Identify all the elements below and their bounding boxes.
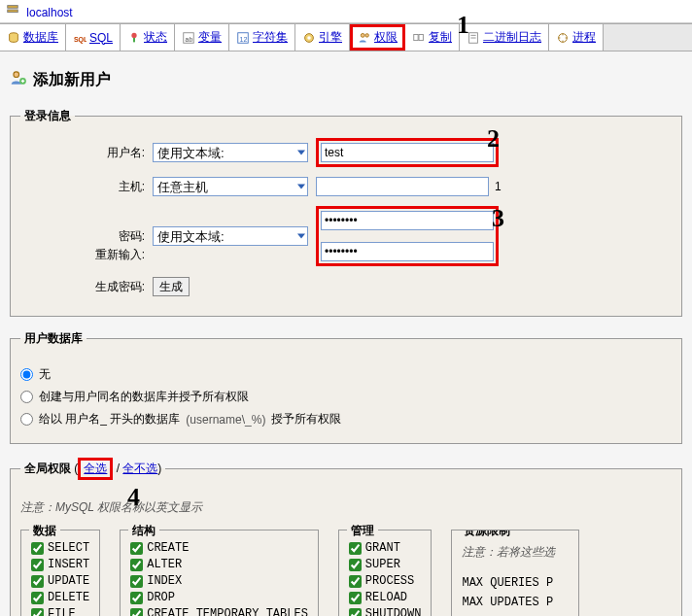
server-link[interactable]: localhost (26, 6, 72, 19)
priv-checkbox[interactable] (31, 542, 44, 555)
tab-database[interactable]: 数据库 (0, 24, 66, 51)
database-icon (7, 31, 20, 45)
priv-item-create-temporary-tables[interactable]: CREATE TEMPORARY TABLES (130, 607, 308, 616)
svg-rect-14 (414, 34, 418, 40)
select-host-mode[interactable]: 任意主机 (153, 177, 308, 196)
radio-db-none[interactable] (20, 368, 33, 381)
input-username[interactable] (321, 143, 494, 162)
processes-icon (556, 31, 570, 45)
priv-checkbox[interactable] (130, 608, 143, 617)
priv-checkbox[interactable] (349, 592, 362, 604)
priv-checkbox[interactable] (130, 559, 143, 571)
priv-checkbox[interactable] (349, 559, 362, 571)
input-host[interactable] (316, 177, 489, 196)
input-password[interactable] (321, 211, 494, 230)
radio-db-prefix[interactable] (20, 413, 33, 426)
tab-privileges[interactable]: 权限 (350, 24, 405, 51)
priv-item-insert[interactable]: INSERT (31, 558, 89, 571)
fieldset-global-priv: 全局权限 (全选 / 全不选) 4 注意：MySQL 权限名称以英文显示 数据 … (10, 458, 682, 616)
tab-processes[interactable]: 进程 (549, 24, 604, 51)
tab-variables[interactable]: ab 变量 (175, 24, 229, 51)
priv-group-structure: 结构 CREATEALTERINDEXDROPCREATE TEMPORARY … (120, 530, 319, 616)
resources-note: 注意：若将这些选 (462, 544, 569, 561)
priv-label: CREATE TEMPORARY TABLES (147, 607, 308, 616)
priv-note: 注意：MySQL 权限名称以英文显示 (20, 499, 672, 516)
priv-group-data: 数据 SELECTINSERTUPDATEDELETEFILE (20, 530, 100, 616)
priv-label: RELOAD (365, 591, 407, 604)
tab-label: 二进制日志 (483, 29, 541, 46)
tab-charset[interactable]: 12 字符集 (229, 24, 295, 51)
label-host: 主机: (20, 179, 153, 195)
svg-point-20 (14, 72, 19, 78)
priv-checkbox[interactable] (31, 575, 44, 588)
priv-checkbox[interactable] (130, 575, 143, 588)
priv-item-delete[interactable]: DELETE (31, 591, 89, 604)
svg-point-4 (131, 32, 136, 37)
priv-item-select[interactable]: SELECT (31, 541, 89, 555)
label-username: 用户名: (20, 145, 153, 161)
tab-label: 状态 (144, 29, 167, 46)
select-password-mode[interactable]: 使用文本域: (153, 226, 308, 246)
svg-text:12: 12 (240, 35, 248, 42)
priv-item-create[interactable]: CREATE (130, 541, 308, 555)
priv-item-super[interactable]: SUPER (349, 558, 422, 571)
priv-item-alter[interactable]: ALTER (130, 558, 308, 571)
priv-item-shutdown[interactable]: SHUTDOWN (349, 607, 422, 616)
radio-db-same[interactable] (20, 391, 33, 403)
select-username-mode[interactable]: 使用文本域: (153, 143, 308, 162)
priv-checkbox[interactable] (349, 575, 362, 588)
tab-bar: 数据库 SQL SQL 状态 ab 变量 12 字符集 引擎 权限 复制 二进制… (0, 23, 692, 51)
svg-rect-15 (419, 34, 423, 40)
priv-item-index[interactable]: INDEX (130, 574, 308, 588)
priv-checkbox[interactable] (130, 542, 143, 555)
svg-rect-1 (8, 10, 18, 13)
priv-item-process[interactable]: PROCESS (349, 574, 422, 588)
priv-label: GRANT (365, 541, 400, 555)
input-retype-password[interactable] (321, 242, 494, 261)
svg-point-13 (365, 33, 369, 37)
priv-item-update[interactable]: UPDATE (31, 574, 89, 588)
priv-item-grant[interactable]: GRANT (349, 541, 422, 555)
tab-sql[interactable]: SQL SQL (66, 24, 121, 51)
priv-group-resources-title: 资源限制 (460, 530, 514, 539)
tab-label: 字符集 (253, 29, 288, 46)
priv-item-reload[interactable]: RELOAD (349, 591, 422, 604)
radio-db-prefix-label-b: (username\_%) (186, 413, 265, 427)
variables-icon: ab (182, 31, 195, 45)
tab-replication[interactable]: 复制 (405, 24, 460, 51)
priv-checkbox[interactable] (349, 542, 362, 555)
tab-status[interactable]: 状态 (121, 24, 175, 51)
priv-item-file[interactable]: FILE (31, 607, 89, 616)
generate-password-button[interactable]: 生成 (153, 277, 190, 296)
priv-item-drop[interactable]: DROP (130, 591, 308, 604)
link-check-all[interactable]: 全选 (84, 462, 107, 475)
engines-icon (302, 31, 316, 45)
tab-engines[interactable]: 引擎 (295, 24, 350, 51)
priv-checkbox[interactable] (31, 608, 44, 617)
label-retype: 重新输入: (20, 247, 153, 263)
label-gen-password: 生成密码: (20, 279, 153, 295)
priv-label: CREATE (147, 541, 189, 555)
priv-label: SUPER (365, 558, 400, 571)
svg-rect-0 (8, 6, 18, 9)
radio-db-prefix-label-c: 授予所有权限 (271, 411, 341, 428)
link-uncheck-all[interactable]: 全不选 (122, 462, 157, 475)
priv-checkbox[interactable] (31, 559, 44, 571)
tab-binlog[interactable]: 二进制日志 (460, 24, 549, 51)
legend-global-priv: 全局权限 (全选 / 全不选) (20, 458, 165, 480)
tab-label: 变量 (198, 29, 222, 46)
binlog-icon (467, 31, 480, 45)
tab-label: 进程 (572, 29, 596, 46)
highlight-username (316, 138, 499, 167)
radio-db-prefix-label-a: 给以 用户名_ 开头的数据库 (39, 411, 180, 428)
charset-icon: 12 (236, 31, 250, 45)
priv-group-data-title: 数据 (29, 523, 60, 539)
radio-db-none-label: 无 (39, 366, 51, 383)
svg-rect-5 (133, 38, 135, 42)
priv-checkbox[interactable] (349, 608, 362, 617)
priv-checkbox[interactable] (130, 592, 143, 604)
priv-checkbox[interactable] (31, 592, 44, 604)
breadcrumb: localhost (0, 0, 692, 23)
priv-label: SHUTDOWN (365, 607, 422, 616)
priv-label: PROCESS (365, 574, 414, 588)
